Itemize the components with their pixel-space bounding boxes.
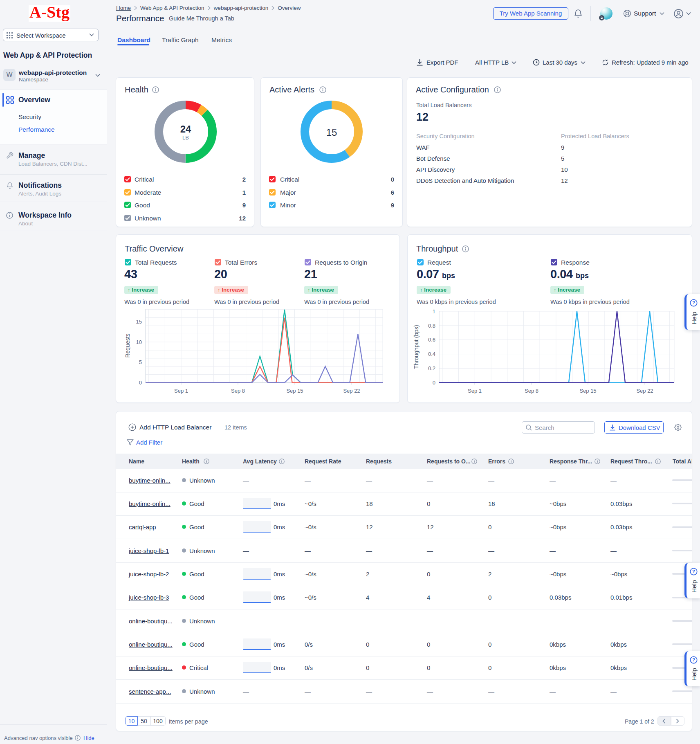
svg-text:Sep 22: Sep 22 [636, 388, 653, 394]
svg-text:Sep 22: Sep 22 [343, 388, 360, 394]
svg-text:Sep 15: Sep 15 [286, 388, 303, 394]
svg-text:Sep 1: Sep 1 [174, 388, 188, 394]
svg-text:Requests: Requests [124, 333, 131, 357]
svg-text:0.4: 0.4 [428, 351, 435, 357]
svg-text:Sep 8: Sep 8 [525, 388, 538, 394]
svg-text:0: 0 [139, 380, 142, 386]
svg-text:15: 15 [136, 319, 142, 325]
svg-text:Sep 1: Sep 1 [468, 388, 482, 394]
svg-text:0.6: 0.6 [428, 337, 435, 343]
svg-text:0.2: 0.2 [428, 365, 435, 371]
svg-text:Throughput (bps): Throughput (bps) [413, 325, 420, 369]
svg-text:Sep 8: Sep 8 [231, 388, 245, 394]
svg-text:5: 5 [139, 359, 142, 365]
svg-text:10: 10 [136, 339, 142, 345]
svg-text:1: 1 [433, 308, 435, 315]
svg-text:?: ? [692, 657, 695, 662]
svg-text:?: ? [692, 569, 695, 574]
svg-text:?: ? [692, 300, 695, 305]
svg-text:0: 0 [433, 380, 435, 386]
svg-text:0.8: 0.8 [428, 323, 435, 329]
svg-text:Sep 15: Sep 15 [579, 388, 596, 394]
